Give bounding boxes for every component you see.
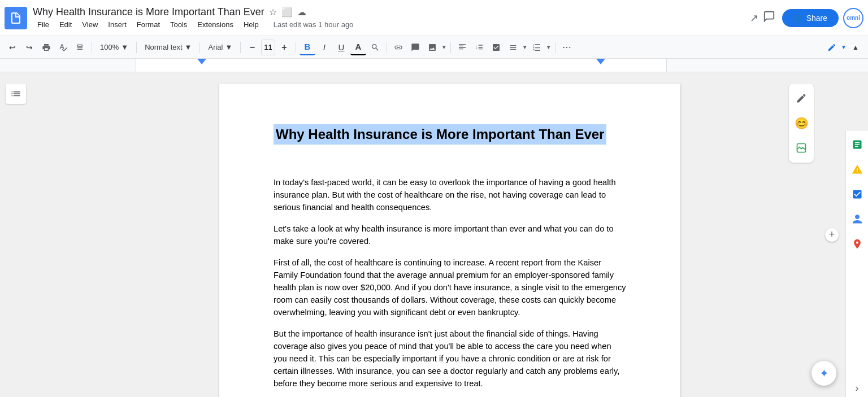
align-button[interactable] <box>454 40 470 55</box>
star-icon[interactable]: ☆ <box>269 7 277 18</box>
share-label: Share <box>806 14 827 23</box>
more-options-button[interactable]: ⋯ <box>559 40 575 55</box>
bullet-list-button[interactable] <box>505 40 521 55</box>
present-icon[interactable]: ⬜ <box>281 7 293 18</box>
style-arrow-icon: ▼ <box>185 43 192 51</box>
menu-insert[interactable]: Insert <box>103 19 131 30</box>
underline-button[interactable]: U <box>333 40 349 55</box>
menu-format[interactable]: Format <box>132 19 164 30</box>
toolbar-separator-2 <box>136 42 137 53</box>
font-arrow-icon: ▼ <box>225 43 232 51</box>
font-dropdown[interactable]: Arial ▼ <box>203 40 237 55</box>
person-icon[interactable] <box>848 210 866 228</box>
undo-button[interactable]: ↩ <box>5 40 20 55</box>
toolbar-separator-7 <box>450 42 451 53</box>
last-edit-status: Last edit was 1 hour ago <box>274 20 354 29</box>
edit-dropdown-arrow[interactable]: ▼ <box>841 44 847 50</box>
numbered-dropdown-arrow[interactable]: ▼ <box>546 44 552 50</box>
zoom-value: 100% <box>100 43 119 51</box>
omni-avatar[interactable]: omni <box>843 8 863 28</box>
document-page: Why Health Insurance is More Important T… <box>219 84 680 397</box>
document-area: Why Health Insurance is More Important T… <box>32 72 868 397</box>
ai-icon: ✦ <box>819 367 829 380</box>
menu-edit[interactable]: Edit <box>55 19 76 30</box>
zoom-arrow-icon: ▼ <box>121 43 128 51</box>
toolbar-separator-4 <box>240 42 241 53</box>
paragraph-3: First of all, the cost of healthcare is … <box>274 256 626 319</box>
ai-assist-button[interactable]: ✦ <box>811 361 836 386</box>
trend-icon[interactable]: ↗ <box>750 12 758 24</box>
font-size-display: 11 <box>261 40 275 55</box>
cloud-icon[interactable]: ☁ <box>297 7 306 18</box>
top-bar: Why Health Insurance is More Important T… <box>0 0 868 36</box>
line-spacing-button[interactable] <box>471 40 487 55</box>
app-icon[interactable] <box>5 7 27 29</box>
edit-mode-button[interactable] <box>824 40 840 55</box>
chat-icon[interactable] <box>763 10 775 25</box>
italic-button[interactable]: I <box>316 40 332 55</box>
insert-comment-button[interactable] <box>407 40 423 55</box>
ruler-inner <box>136 59 667 72</box>
menu-bar: File Edit View Insert Format Tools Exten… <box>33 19 750 30</box>
ruler-marker-right <box>596 59 605 64</box>
image-dropdown-arrow[interactable]: ▼ <box>441 44 447 50</box>
toolbar-separator-3 <box>199 42 200 53</box>
header-right: ↗ 👤 Share omni <box>750 8 863 28</box>
main-area: Why Health Insurance is More Important T… <box>0 72 868 397</box>
menu-help[interactable]: Help <box>239 19 263 30</box>
print-button[interactable] <box>38 40 54 55</box>
highlight-button[interactable] <box>367 40 383 55</box>
edit-side-button[interactable] <box>791 88 811 108</box>
omni-label: omni <box>847 15 860 21</box>
add-content-button[interactable]: + <box>825 228 839 242</box>
expand-panel-button[interactable]: › <box>848 379 866 397</box>
share-person-icon: 👤 <box>793 14 803 23</box>
toolbar-separator-1 <box>92 42 92 53</box>
document-heading[interactable]: Why Health Insurance is More Important T… <box>274 124 606 145</box>
far-right-panel: › <box>845 131 868 397</box>
image-side-button[interactable] <box>791 138 811 158</box>
floating-side-toolbar: 😊 <box>789 84 814 163</box>
spell-check-button[interactable] <box>55 40 71 55</box>
paragraph-4: But the importance of health insurance i… <box>274 328 626 390</box>
checklist-button[interactable] <box>488 40 504 55</box>
warning-icon[interactable] <box>848 160 866 178</box>
numbered-list-button[interactable] <box>529 40 545 55</box>
sheets-icon[interactable] <box>848 136 866 154</box>
text-color-button[interactable]: A <box>350 40 366 55</box>
heading-spacer <box>274 163 626 176</box>
docs-icon <box>9 11 23 25</box>
outline-button[interactable] <box>6 84 26 104</box>
bold-button[interactable]: B <box>300 40 315 55</box>
toolbar: ↩ ↪ 100% ▼ Normal text ▼ Arial ▼ − 11 + … <box>0 36 868 59</box>
insert-image-button[interactable] <box>424 40 440 55</box>
ruler-marker-left <box>197 59 206 64</box>
ruler <box>0 59 868 72</box>
document-title[interactable]: Why Health Insurance is More Important T… <box>33 6 264 18</box>
toolbar-separator-6 <box>387 42 387 53</box>
redo-button[interactable]: ↪ <box>21 40 37 55</box>
menu-file[interactable]: File <box>33 19 54 30</box>
tasks-check-icon[interactable] <box>848 185 866 203</box>
bullet-dropdown-arrow[interactable]: ▼ <box>522 44 528 50</box>
collapse-toolbar-button[interactable]: ▲ <box>848 40 863 55</box>
left-sidebar <box>0 72 32 397</box>
paint-format-button[interactable] <box>72 40 88 55</box>
font-value: Arial <box>208 43 223 51</box>
insert-link-button[interactable] <box>390 40 406 55</box>
menu-tools[interactable]: Tools <box>166 19 192 30</box>
zoom-dropdown[interactable]: 100% ▼ <box>96 40 133 55</box>
font-size-decrease[interactable]: − <box>244 40 260 55</box>
font-size-increase[interactable]: + <box>276 40 292 55</box>
toolbar-separator-5 <box>296 42 296 53</box>
toolbar-separator-8 <box>555 42 555 53</box>
style-dropdown[interactable]: Normal text ▼ <box>140 40 196 55</box>
paragraph-2: Let's take a look at why health insuranc… <box>274 223 626 247</box>
font-size-value: 11 <box>264 43 272 51</box>
menu-view[interactable]: View <box>77 19 102 30</box>
share-button[interactable]: 👤 Share <box>782 9 839 27</box>
maps-icon[interactable] <box>848 235 866 253</box>
menu-extensions[interactable]: Extensions <box>193 19 238 30</box>
emoji-side-button[interactable]: 😊 <box>791 113 811 133</box>
style-value: Normal text <box>145 43 182 51</box>
